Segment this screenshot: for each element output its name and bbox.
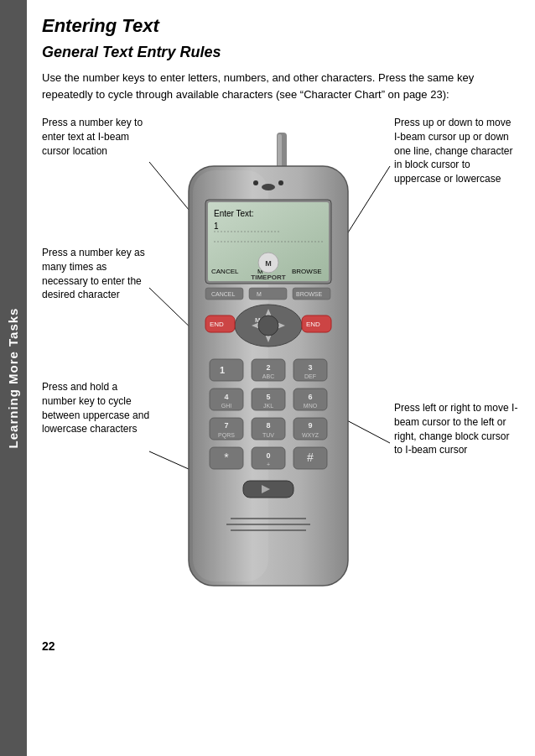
svg-text:1: 1 — [220, 365, 225, 375]
svg-rect-38 — [210, 359, 243, 381]
svg-text:5: 5 — [266, 393, 270, 401]
svg-rect-22 — [249, 288, 287, 300]
svg-text:#: # — [307, 451, 314, 464]
svg-text:END: END — [210, 321, 224, 328]
svg-text:3: 3 — [308, 363, 312, 372]
svg-text:4: 4 — [224, 393, 228, 401]
svg-text:ABC: ABC — [262, 373, 274, 379]
svg-point-10 — [253, 180, 258, 185]
svg-text:GHI: GHI — [221, 403, 232, 409]
svg-text:DEF: DEF — [304, 373, 316, 379]
content-area: Press a number key to enter text at I-be… — [42, 116, 520, 653]
svg-text:7: 7 — [224, 421, 228, 430]
svg-text:*: * — [224, 451, 229, 464]
annotation-right-1: Press up or down to move I-beam cursor u… — [394, 116, 520, 186]
svg-text:END: END — [306, 321, 320, 328]
main-content: Entering Text General Text Entry Rules U… — [27, 0, 535, 756]
page-title: Entering Text — [42, 15, 520, 37]
svg-text:MNO: MNO — [304, 403, 318, 409]
svg-text:BROWSE: BROWSE — [292, 268, 322, 275]
svg-text:M: M — [265, 259, 272, 268]
svg-text:WXYZ: WXYZ — [302, 432, 319, 438]
side-tab: Learning More Tasks — [0, 0, 27, 756]
svg-text:6: 6 — [308, 393, 312, 401]
page-number: 22 — [42, 639, 55, 653]
svg-text:Enter Text:: Enter Text: — [214, 209, 254, 218]
intro-text: Use the number keys to enter letters, nu… — [42, 70, 520, 102]
svg-text:CANCEL: CANCEL — [211, 268, 239, 275]
phone-container: Enter Text: 1 CANCEL M BROWSE CANCEL M B… — [151, 116, 386, 636]
svg-text:2: 2 — [266, 363, 270, 372]
annotation-left-3: Press and hold a number key to cycle bet… — [42, 380, 151, 436]
side-tab-label: Learning More Tasks — [7, 308, 21, 449]
svg-text:JKL: JKL — [263, 403, 273, 409]
svg-text:BROWSE: BROWSE — [296, 291, 322, 297]
annotation-left-1: Press a number key to enter text at I-be… — [42, 116, 151, 158]
svg-text:M: M — [257, 291, 262, 297]
section-title: General Text Entry Rules — [42, 44, 520, 61]
annotation-left-2: Press a number key as many times as nece… — [42, 246, 151, 302]
svg-point-33 — [258, 315, 278, 336]
annotation-right-2: Press left or right to move I-beam curso… — [394, 401, 520, 457]
svg-text:1: 1 — [214, 222, 219, 231]
svg-text:TIMEPORT: TIMEPORT — [251, 274, 285, 281]
svg-text:TUV: TUV — [262, 432, 274, 438]
svg-text:0: 0 — [266, 451, 270, 460]
phone-image: Enter Text: 1 CANCEL M BROWSE CANCEL M B… — [168, 133, 369, 619]
svg-text:+: + — [267, 461, 270, 467]
svg-text:8: 8 — [266, 421, 270, 430]
svg-text:CANCEL: CANCEL — [211, 291, 236, 297]
svg-text:PQRS: PQRS — [218, 432, 235, 439]
svg-point-11 — [278, 180, 283, 185]
svg-text:9: 9 — [308, 421, 312, 430]
svg-point-9 — [262, 184, 275, 190]
